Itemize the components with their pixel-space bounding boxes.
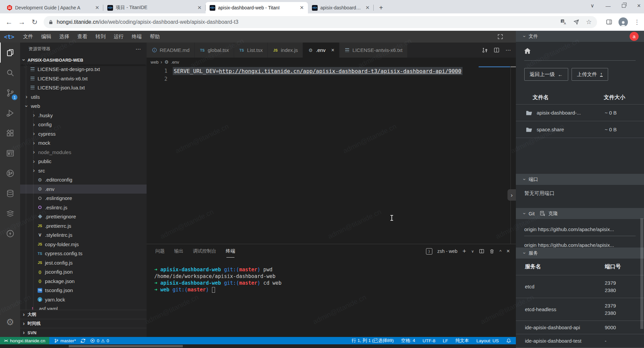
tree-file-LICENSE-json.lua.txt[interactable]: LICENSE-json.lua.txt — [20, 83, 147, 92]
sidebar-section-0[interactable]: ›大纲 — [20, 310, 147, 319]
terminal-output[interactable]: ➜ apisix-dashboard-web git:(master) pwd/… — [147, 258, 516, 293]
horizontal-scrollbar[interactable] — [0, 344, 516, 348]
file-row-0[interactable]: apisix-dashboard-...~ 0 B — [516, 105, 644, 121]
statusbar-item-2[interactable]: UTF-8 — [423, 338, 435, 343]
tree-folder-node_modules[interactable]: ›node_modules — [20, 148, 147, 157]
tree-file-.prettierrc.js[interactable]: JS.prettierrc.js — [20, 221, 147, 231]
tree-folder-config[interactable]: ›config — [20, 120, 147, 129]
sidebar-section-2[interactable]: ›SVN — [20, 328, 147, 337]
tree-file-package.json[interactable]: {}package.json — [20, 277, 147, 286]
menu-item-4[interactable]: 转到 — [92, 32, 110, 41]
minimize-icon[interactable]: — — [605, 3, 610, 9]
tree-folder-web[interactable]: ›web — [20, 101, 147, 111]
forward-icon[interactable]: → — [15, 18, 28, 26]
tree-file-.asf.yaml[interactable]: !.asf.yaml — [20, 304, 147, 310]
refresh-icon[interactable]: ↻ — [28, 18, 41, 26]
code-editor[interactable]: 1 SERVE_URL_DEV=http://hongxi.titanide.c… — [147, 66, 516, 244]
service-row-ide-apisix-dashboard-api[interactable]: ide-apisix-dashboard-api9000 — [516, 321, 644, 334]
git-remote-0[interactable]: origin https://github.com/apache/apisix.… — [524, 226, 637, 232]
panel-expand-button[interactable]: › — [507, 189, 516, 201]
editor-tab-index.js[interactable]: JSindex.js — [268, 43, 303, 58]
service-row-etcd-headless[interactable]: etcd-headless23792380 — [516, 298, 644, 321]
database-icon[interactable] — [0, 183, 20, 203]
services-section-header[interactable]: › 服务 — [516, 248, 644, 259]
close-tab-icon[interactable]: ✕ — [94, 5, 100, 11]
explorer-more-icon[interactable]: ⋯ — [136, 46, 141, 52]
tree-file-LICENSE-antvis-x6.txt[interactable]: LICENSE-antvis-x6.txt — [20, 74, 147, 83]
terminal-dropdown-icon[interactable]: ∨ — [471, 249, 474, 254]
split-terminal-icon[interactable] — [479, 249, 484, 254]
url-input[interactable]: hongxi.titanide.cn/ide/web/coding/apisix… — [44, 16, 597, 28]
extensions-icon[interactable] — [0, 123, 20, 143]
editor-tab-.env[interactable]: ⚙.env× — [303, 43, 339, 58]
close-tab-icon[interactable]: ✕ — [299, 5, 305, 11]
menu-item-2[interactable]: 选择 — [55, 32, 73, 41]
back-to-parent-button[interactable]: 返回上一级← — [524, 68, 568, 81]
tree-folder-mock[interactable]: ›mock — [20, 138, 147, 148]
tab-search-chevron-icon[interactable]: ∨ — [591, 3, 594, 9]
statusbar-item-5[interactable]: Layout: US — [476, 338, 499, 343]
files-section-header[interactable]: › 文件 a — [516, 31, 644, 42]
tree-folder-public[interactable]: ›public — [20, 157, 147, 166]
tree-folder-.husky[interactable]: ›.husky — [20, 111, 147, 120]
browser-tab-1[interactable]: <t>项目 - TitanIDE✕ — [103, 2, 206, 13]
tree-file-cypress.config.ts[interactable]: TScypress.config.ts — [20, 249, 147, 258]
browser-tab-2[interactable]: <t>apisix-dashboard-web - TitanI✕ — [206, 2, 308, 13]
tree-file-jsconfig.json[interactable]: {}jsconfig.json — [20, 267, 147, 277]
tree-file-.prettierignore[interactable]: .prettierignore — [20, 212, 147, 221]
bookmark-star-icon[interactable]: ☆ — [586, 18, 592, 26]
explorer-root-folder[interactable]: › APISIX-DASHBOARD-WEB — [20, 55, 147, 65]
panel-tab-终端[interactable]: 终端 — [226, 246, 235, 256]
user-badge[interactable]: a — [630, 32, 639, 41]
problems-status[interactable]: 0 ⚠ 0 — [90, 338, 109, 343]
breadcrumb[interactable]: web › ⚙ .env — [147, 58, 516, 66]
translate-icon[interactable]: 文A — [560, 19, 567, 25]
close-panel-icon[interactable]: × — [506, 248, 510, 255]
git-section-header[interactable]: › Git 克隆 — [516, 208, 644, 219]
lightning-icon[interactable] — [0, 223, 20, 243]
editor-scrollbar[interactable] — [511, 66, 516, 244]
close-tab-icon[interactable]: ✕ — [365, 5, 370, 11]
tree-folder-src[interactable]: ›src — [20, 166, 147, 176]
back-icon[interactable]: ← — [3, 18, 15, 26]
browser-menu-icon[interactable]: ⋮ — [634, 18, 640, 26]
file-row-1[interactable]: space.share~ 0 B — [516, 121, 644, 138]
menu-item-6[interactable]: 终端 — [128, 32, 146, 41]
panel-tab-调试控制台[interactable]: 调试控制台 — [193, 246, 216, 256]
tree-file-tsconfig.json[interactable]: TStsconfig.json — [20, 286, 147, 295]
git-circle-icon[interactable] — [0, 163, 20, 183]
git-remote-1[interactable]: origin https://github.com/apache/apisix.… — [524, 242, 637, 248]
tree-folder-cypress[interactable]: ›cypress — [20, 129, 147, 139]
preview-icon[interactable] — [0, 143, 20, 163]
statusbar-item-4[interactable]: 纯文本 — [455, 338, 469, 344]
scrollbar-thumb[interactable] — [69, 345, 183, 347]
panel-tab-输出[interactable]: 输出 — [174, 246, 183, 256]
restore-icon[interactable] — [622, 4, 626, 8]
editor-more-icon[interactable]: ⋯ — [505, 47, 511, 53]
tree-file-.editorconfig[interactable]: ⚙.editorconfig — [20, 175, 147, 185]
menu-item-3[interactable]: 查看 — [73, 32, 92, 41]
browser-tab-0[interactable]: Development Guide | Apache A✕ — [3, 2, 103, 13]
maximize-panel-icon[interactable]: ^ — [499, 249, 501, 254]
menu-item-0[interactable]: 文件 — [19, 32, 37, 41]
statusbar-item-1[interactable]: 空格: 4 — [401, 338, 415, 344]
menu-item-7[interactable]: 帮助 — [146, 32, 164, 41]
git-branch-status[interactable]: master* — [54, 338, 76, 343]
service-row-etcd[interactable]: etcd23792380 — [516, 275, 644, 298]
editor-tab-global.tsx[interactable]: TSglobal.tsx — [195, 43, 234, 58]
split-editor-icon[interactable] — [494, 47, 499, 53]
sync-status[interactable] — [80, 338, 86, 343]
tree-file-copy-folder.mjs[interactable]: JScopy-folder.mjs — [20, 240, 147, 249]
editor-tab-README.md[interactable]: iREADME.md — [147, 43, 195, 58]
editor-tab-LICENSE-antvis-x6.txt[interactable]: LICENSE-antvis-x6.txt — [339, 43, 408, 58]
service-row-ide-apisix-dashboard-test[interactable]: ide-apisix-dashboard-test- — [516, 334, 644, 348]
fullscreen-icon[interactable] — [497, 34, 503, 40]
kill-terminal-icon[interactable] — [489, 249, 494, 254]
statusbar-item-3[interactable]: LF — [443, 338, 448, 343]
source-control-icon[interactable]: 1 — [0, 83, 20, 103]
sidebar-section-1[interactable]: ›时间线 — [20, 319, 147, 328]
remote-indicator[interactable]: >< hongxi.titanide.cn — [0, 337, 49, 344]
statusbar-item-0[interactable]: 行 1, 列 1 (已选择89) — [352, 338, 393, 344]
run-debug-icon[interactable] — [0, 103, 20, 123]
new-terminal-icon[interactable]: + — [463, 248, 466, 255]
